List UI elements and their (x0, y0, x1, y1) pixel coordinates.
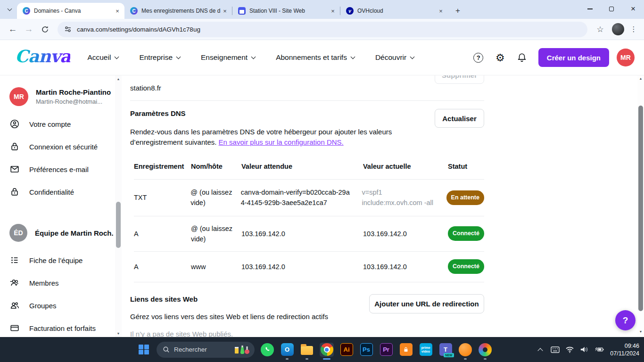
browser-menu-icon[interactable]: ⋮ (628, 21, 639, 37)
dns-settings-title: Paramètres DNS (130, 109, 186, 117)
sidebar-team[interactable]: ÉD Équipe de Martin Roch... (9, 224, 113, 242)
tab-close-icon[interactable]: × (329, 7, 337, 15)
tab-search-button[interactable] (4, 4, 15, 15)
taskbar-paint-icon[interactable] (478, 343, 492, 357)
start-button[interactable] (137, 343, 151, 357)
domain-name: station8.fr (130, 84, 161, 92)
create-design-button[interactable]: Créer un design (538, 48, 609, 67)
add-redirect-url-button[interactable]: Ajouter une URL de redirection (369, 294, 484, 313)
record-current: 103.169.142.0 (363, 229, 448, 239)
address-bar[interactable]: canva.com/settings/domains/dAGVh1c78ug (58, 22, 587, 37)
status-badge: Connecté (448, 226, 484, 241)
help-fab-button[interactable]: ? (615, 310, 636, 330)
dns-learn-more-link[interactable]: En savoir plus sur la configuration DNS. (219, 138, 344, 146)
back-button[interactable]: ← (5, 21, 21, 37)
windows-logo-icon (139, 345, 149, 355)
page-scrollbar-thumb[interactable] (638, 106, 643, 311)
chevron-down-icon (7, 7, 12, 11)
record-current: v=spf1 include:mx.ovh.com -all (362, 187, 446, 208)
user-avatar: MR (9, 87, 28, 106)
user-name: Martin Roche-Piantino (36, 88, 115, 96)
sidebar-item-groupes[interactable]: Groupes (9, 300, 57, 311)
browser-profile-avatar[interactable] (612, 23, 624, 35)
scroll-down-icon[interactable]: ▼ (115, 332, 122, 335)
weblinks-description: Gérez vos liens vers des sites Web et li… (130, 313, 328, 321)
nav-enseignement[interactable]: Enseignement (201, 53, 255, 62)
tab-dns-records[interactable]: C Mes enregistrements DNS de d × (124, 3, 232, 19)
sidebar-item-membres[interactable]: Membres (9, 277, 59, 288)
sidebar-scrollbar-thumb[interactable] (116, 202, 121, 248)
tab-domaines-canva[interactable]: C Domaines - Canva × (17, 3, 124, 19)
refresh-button[interactable]: Actualiser (435, 109, 484, 128)
scroll-up-icon[interactable]: ▲ (637, 77, 644, 80)
page-scrollbar[interactable]: ▲ ▼ (637, 75, 644, 337)
help-icon[interactable]: ? (470, 49, 487, 66)
taskbar-search[interactable]: Rechercher (157, 342, 255, 358)
nav-abonnements[interactable]: Abonnements et tarifs (276, 53, 355, 62)
sidebar-item-facturation[interactable]: Facturation et forfaits (9, 322, 96, 334)
tab-close-icon[interactable]: × (437, 7, 445, 15)
close-icon: × (631, 4, 636, 14)
tray-clock[interactable]: 09:46 07/11/2024 (610, 342, 639, 357)
status-badge: Connecté (448, 259, 484, 274)
nav-accueil[interactable]: Accueil (87, 53, 118, 62)
tray-keyboard-icon[interactable] (550, 343, 560, 357)
search-highlight-flasks-icon (234, 345, 250, 355)
status-badge: En attente (446, 190, 484, 205)
forward-button[interactable]: → (21, 21, 37, 37)
window-minimize-button[interactable] (579, 0, 601, 18)
sidebar-scrollbar[interactable]: ▲ ▼ (115, 75, 122, 337)
user-icon (9, 119, 20, 129)
record-host: www (191, 262, 241, 272)
taskbar-outlook-icon[interactable]: O (280, 343, 294, 357)
tray-volume-icon[interactable] (579, 343, 589, 357)
taskbar-whatsapp-icon[interactable] (260, 343, 274, 357)
scroll-down-icon[interactable]: ▼ (637, 330, 644, 333)
gear-icon[interactable]: ⚙ (491, 49, 509, 66)
record-expected: 103.169.142.0 (241, 229, 363, 239)
nav-decouvrir[interactable]: Découvrir (375, 53, 414, 62)
header-avatar[interactable]: MR (617, 49, 635, 66)
taskbar-photoshop-icon[interactable]: Ps (359, 343, 373, 357)
taskbar-explorer-icon[interactable] (300, 343, 314, 357)
search-icon (163, 346, 170, 353)
weblinks-empty-state: Il n’y a pas de sites Web publiés. (130, 330, 233, 337)
search-placeholder: Rechercher (174, 346, 234, 353)
weblinks-title: Liens des sites Web (130, 295, 198, 303)
tab-close-icon[interactable]: × (221, 7, 229, 15)
sidebar-user[interactable]: MR Martin Roche-Piantino Martin-Roche@ho… (9, 87, 115, 106)
taskbar-avast-icon[interactable] (458, 343, 472, 357)
tab-station-viii[interactable]: Station VIII - Site Web × (232, 3, 340, 19)
canva-header: Canva Accueil Entreprise Enseignement Ab… (0, 40, 644, 75)
taskbar-vpn-icon[interactable] (399, 343, 413, 357)
sidebar-item-connexion-securite[interactable]: Connexion et sécurité (9, 141, 98, 152)
bell-icon[interactable] (513, 49, 531, 66)
taskbar-primevideo-icon[interactable]: prime video (419, 343, 433, 357)
record-expected: 103.169.142.0 (241, 262, 363, 272)
taskbar-premiere-icon[interactable]: Pr (379, 343, 393, 357)
record-host: @ (ou laissez vide) (190, 187, 240, 208)
bookmark-star-icon[interactable]: ☆ (592, 21, 608, 37)
site-info-icon[interactable] (64, 25, 72, 33)
taskbar-illustrator-icon[interactable]: Ai (339, 343, 354, 357)
window-restore-button[interactable] (601, 0, 622, 18)
tray-battery-icon[interactable] (594, 343, 604, 357)
canva-logo[interactable]: Canva (15, 46, 70, 66)
taskbar-teams-icon[interactable]: TNEW (438, 343, 453, 357)
sidebar-item-votre-compte[interactable]: Votre compte (9, 118, 71, 130)
tab-ovhcloud[interactable]: v OVHcloud × (340, 3, 448, 19)
scroll-up-icon[interactable]: ▲ (115, 77, 122, 81)
tray-chevron-up-icon[interactable] (535, 343, 545, 357)
sidebar-item-preferences-email[interactable]: Préférences e-mail (9, 164, 89, 175)
nav-entreprise[interactable]: Entreprise (139, 53, 180, 62)
delete-domain-button[interactable]: Supprimer (435, 75, 484, 84)
user-email: Martin-Roche@hotmai... (36, 98, 115, 105)
sidebar-item-fiche-equipe[interactable]: Fiche de l’équipe (9, 255, 83, 266)
sidebar-item-confidentialite[interactable]: Confidentialité (9, 186, 74, 197)
window-close-button[interactable]: × (622, 0, 644, 18)
reload-button[interactable] (37, 21, 53, 37)
tray-wifi-icon[interactable] (564, 343, 575, 357)
tab-close-icon[interactable]: × (113, 7, 122, 15)
taskbar-chrome-icon[interactable] (320, 343, 334, 357)
new-tab-button[interactable]: + (452, 5, 464, 17)
